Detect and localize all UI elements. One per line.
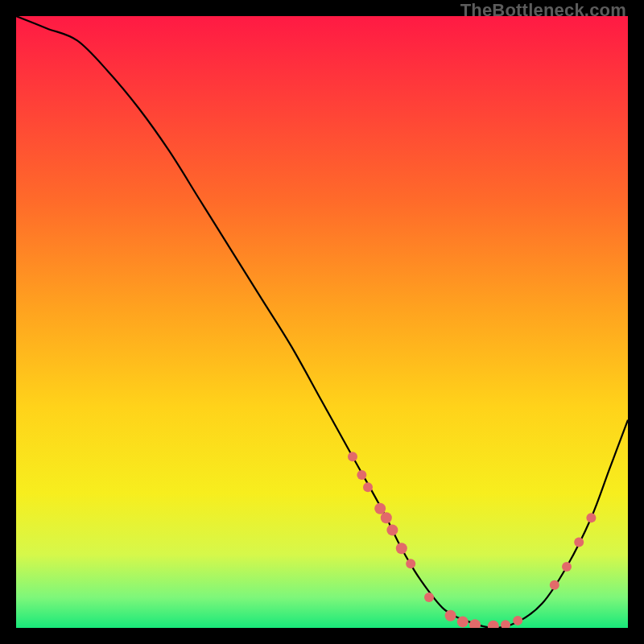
gradient-background: [16, 16, 628, 628]
highlight-point: [363, 482, 373, 492]
chart-frame: [16, 16, 628, 628]
highlight-point: [357, 470, 366, 480]
highlight-point: [457, 616, 469, 627]
highlight-point: [348, 452, 357, 461]
highlight-point: [574, 538, 584, 547]
highlight-point: [562, 562, 572, 572]
highlight-point: [513, 616, 522, 625]
highlight-point: [550, 580, 559, 590]
highlight-point: [406, 559, 415, 568]
highlight-point: [424, 592, 434, 602]
highlight-point: [381, 512, 392, 523]
highlight-point: [374, 503, 386, 514]
watermark-text: TheBottleneck.com: [460, 0, 626, 21]
bottleneck-chart: [16, 16, 628, 628]
highlight-point: [396, 543, 407, 554]
highlight-point: [586, 513, 596, 522]
highlight-point: [386, 524, 398, 535]
highlight-point: [445, 610, 456, 621]
